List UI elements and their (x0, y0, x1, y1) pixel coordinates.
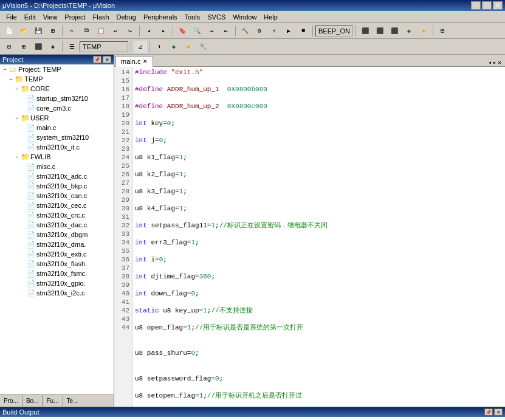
cut-button[interactable]: ✂ (65, 25, 78, 37)
tree-item-project-root[interactable]: − 🗂 Project: TEMP (0, 64, 114, 74)
sep9 (131, 41, 131, 52)
menu-debug[interactable]: Debug (113, 12, 140, 22)
tree-item-gpio[interactable]: 📄 stm32f10x_gpio. (0, 278, 114, 288)
panel-tab-functions[interactable]: Fu... (43, 395, 63, 407)
expand-icon (19, 261, 27, 267)
tb2-debug-btn[interactable]: ⊿ (134, 41, 147, 53)
project-tree[interactable]: − 🗂 Project: TEMP − 📁 TEMP − 📁 CORE 📄 st… (0, 64, 114, 394)
tab-close-icon[interactable]: ✕ (143, 58, 148, 64)
undo-button[interactable]: ↩ (109, 25, 122, 37)
target-btn4[interactable]: ◆ (402, 25, 416, 37)
rebuild-button[interactable]: ⚙ (253, 25, 266, 37)
tree-item-can[interactable]: 📄 stm32f10x_can.c (0, 191, 114, 201)
toolbar2: ⊡ ⊞ ⬛ ◈ ☰ TEMP ⊿ ⬆ ◆ ◆ 🔧 (0, 39, 505, 55)
target-btn2[interactable]: ⬛ (373, 25, 386, 37)
tab-nav-left[interactable]: ◂ (488, 59, 492, 66)
tb2-btn3[interactable]: ⬛ (32, 41, 45, 53)
copy-button[interactable]: ⧉ (80, 25, 93, 37)
tree-item-main[interactable]: 📄 main.c (0, 123, 114, 133)
tb2-btn1[interactable]: ⊡ (2, 41, 16, 53)
tree-item-user[interactable]: − 📁 USER (0, 113, 114, 123)
menu-svcs[interactable]: SVCS (204, 12, 229, 22)
maximize-button[interactable]: □ (482, 1, 492, 10)
editor-content: 1415161718 1920212223 2425262728 2930313… (114, 67, 505, 407)
tree-item-cec[interactable]: 📄 stm32f10x_cec.c (0, 201, 114, 210)
tree-item-i2c[interactable]: 📄 stm32f10x_i2c.c (0, 288, 114, 298)
menu-window[interactable]: Window (229, 12, 260, 22)
tree-item-startup[interactable]: 📄 startup_stm32f10 (0, 94, 114, 103)
folder-icon: 📁 (15, 75, 23, 83)
tree-item-bkp[interactable]: 📄 stm32f10x_bkp.c (0, 181, 114, 191)
flash-button[interactable]: ⚡ (267, 25, 281, 37)
target-btn5[interactable]: ◆ (417, 25, 430, 37)
tb2-btn2[interactable]: ⊞ (17, 41, 30, 53)
redo-button[interactable]: ↪ (123, 25, 137, 37)
tree-item-dma[interactable]: 📄 stm32f10x_dma. (0, 239, 114, 249)
tb2-tool-btn[interactable]: 🔧 (196, 41, 210, 53)
sep8 (62, 41, 63, 52)
tb2-btn4[interactable]: ◈ (46, 41, 60, 53)
find-button[interactable]: 🔍 (190, 25, 204, 37)
tree-item-it[interactable]: 📄 stm32f10x_it.c (0, 142, 114, 152)
new-file-button[interactable]: 📄 (2, 25, 16, 37)
panel-tab-templates[interactable]: Te... (63, 395, 82, 407)
menu-project[interactable]: Project (61, 12, 89, 22)
tb2-orange-btn[interactable]: ◆ (182, 41, 195, 53)
close-button[interactable]: ✕ (493, 1, 503, 10)
tree-label: main.c (36, 124, 56, 131)
tree-item-dac[interactable]: 📄 stm32f10x_dac.c (0, 220, 114, 230)
panel-pin-icon[interactable]: 📌 (93, 56, 101, 63)
build-close-icon[interactable]: ✕ (494, 408, 503, 416)
tree-item-core-cm3[interactable]: 📄 core_cm3.c (0, 103, 114, 113)
bookmark-button[interactable]: 🔖 (176, 25, 189, 37)
tree-label: stm32f10x_bkp.c (36, 182, 87, 190)
menu-tools[interactable]: Tools (181, 12, 204, 22)
menu-view[interactable]: View (40, 12, 61, 22)
tree-item-fsmc[interactable]: 📄 stm32f10x_fsmc. (0, 269, 114, 278)
tab-nav-right[interactable]: ▸ (493, 59, 496, 66)
run-button[interactable]: ▶ (282, 25, 295, 37)
build-pin-icon[interactable]: 📌 (484, 408, 493, 416)
stop-button[interactable]: ■ (297, 25, 310, 37)
save-all-button[interactable]: ⊞ (46, 25, 60, 37)
grid-btn[interactable]: ⊞ (436, 25, 449, 37)
tree-item-misc[interactable]: 📄 misc.c (0, 162, 114, 171)
tree-item-temp[interactable]: − 📁 TEMP (0, 74, 114, 84)
panel-tab-project[interactable]: Pro... (0, 395, 22, 407)
menu-flash[interactable]: Flash (89, 12, 113, 22)
tree-item-flash[interactable]: 📄 stm32f10x_flash. (0, 259, 114, 269)
tree-item-crc[interactable]: 📄 stm32f10x_crc.c (0, 210, 114, 220)
menu-file[interactable]: File (2, 12, 21, 22)
nav-fwd-button[interactable]: ▸ (157, 25, 170, 37)
target-btn1[interactable]: ⬛ (359, 25, 372, 37)
tree-item-core[interactable]: − 📁 CORE (0, 84, 114, 94)
tree-item-fwlib[interactable]: − 📁 FWLIB (0, 152, 114, 162)
open-file-button[interactable]: 📂 (17, 25, 30, 37)
nav-back-button[interactable]: ◂ (142, 25, 156, 37)
tree-label: stm32f10x_adc.c (36, 173, 87, 180)
tb2-green-btn[interactable]: ◆ (167, 41, 180, 53)
code-editor[interactable]: #include "exit.h" #define ADDR_hum_up_1 … (132, 67, 505, 407)
editor-tab-main[interactable]: main.c ✕ (115, 56, 153, 67)
tree-item-system[interactable]: 📄 system_stm32f10 (0, 133, 114, 142)
target-select-btn[interactable]: ☰ (65, 41, 78, 53)
paste-button[interactable]: 📋 (94, 25, 108, 37)
target-btn3[interactable]: ⬛ (388, 25, 401, 37)
tree-item-exti[interactable]: 📄 stm32f10x_exti.c (0, 249, 114, 259)
outdent-button[interactable]: ⇤ (219, 25, 233, 37)
tree-item-adc[interactable]: 📄 stm32f10x_adc.c (0, 171, 114, 181)
menu-peripherals[interactable]: Peripherals (140, 12, 181, 22)
minimize-button[interactable]: − (471, 1, 481, 10)
panel-close-icon[interactable]: ✕ (103, 56, 111, 63)
tree-label: stm32f10x_dma. (36, 241, 86, 248)
tab-close-all[interactable]: ✕ (498, 59, 501, 66)
menu-edit[interactable]: Edit (21, 12, 40, 22)
tree-label: TEMP (24, 75, 43, 83)
save-button[interactable]: 💾 (32, 25, 45, 37)
menu-help[interactable]: Help (260, 12, 281, 22)
indent-button[interactable]: ⇥ (205, 25, 218, 37)
tb2-arrow-btn[interactable]: ⬆ (153, 41, 166, 53)
tree-item-dbgm[interactable]: 📄 stm32f10x_dbgm (0, 230, 114, 239)
build-button[interactable]: 🔨 (238, 25, 252, 37)
panel-tab-books[interactable]: Bo... (22, 395, 43, 407)
